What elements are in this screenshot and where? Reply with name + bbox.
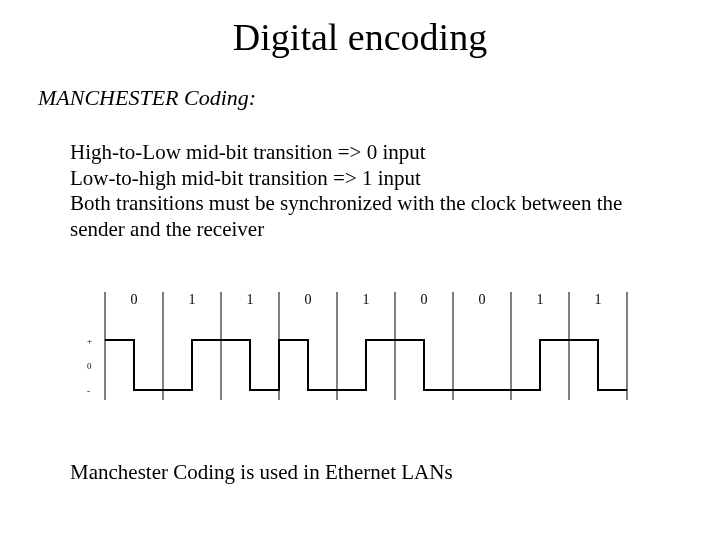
slide: Digital encoding MANCHESTER Coding: High… — [0, 0, 720, 540]
footer-line: Manchester Coding is used in Ethernet LA… — [70, 460, 453, 485]
bit-label: 1 — [537, 292, 544, 307]
waveform-svg: 011010011+0- — [70, 280, 645, 410]
body-text: High-to-Low mid-bit transition => 0 inpu… — [70, 140, 655, 242]
bit-label: 1 — [595, 292, 602, 307]
bit-label: 0 — [421, 292, 428, 307]
bit-label: 1 — [363, 292, 370, 307]
bit-label: 1 — [189, 292, 196, 307]
bullet-line-1: High-to-Low mid-bit transition => 0 inpu… — [70, 140, 655, 166]
waveform-line — [105, 340, 627, 390]
axis-zero: 0 — [87, 361, 92, 371]
bullet-line-2: Low-to-high mid-bit transition => 1 inpu… — [70, 166, 655, 192]
bit-label: 1 — [247, 292, 254, 307]
page-title: Digital encoding — [0, 15, 720, 59]
bit-label: 0 — [131, 292, 138, 307]
subtitle: MANCHESTER Coding: — [38, 85, 256, 111]
axis-plus: + — [87, 336, 92, 346]
manchester-waveform-chart: 011010011+0- — [70, 280, 645, 410]
bit-label: 0 — [305, 292, 312, 307]
bit-label: 0 — [479, 292, 486, 307]
bullet-line-3: Both transitions must be synchronized wi… — [70, 191, 655, 242]
axis-minus: - — [87, 386, 90, 396]
